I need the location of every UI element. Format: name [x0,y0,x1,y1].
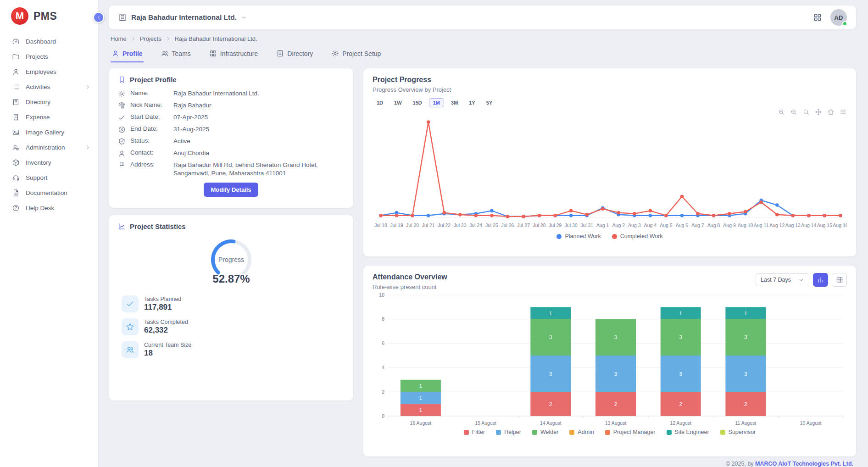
svg-text:11 August: 11 August [735,420,756,426]
sidebar-item-image-gallery[interactable]: Image Gallery [0,125,98,140]
tab-directory[interactable]: Directory [275,46,314,62]
sidebar-item-employees[interactable]: Employees [0,64,98,79]
sidebar-item-directory[interactable]: Directory [0,95,98,110]
menu-icon[interactable] [840,108,847,116]
sidebar-item-support[interactable]: Support [0,170,98,185]
svg-text:4: 4 [382,365,384,370]
pan-icon[interactable] [815,108,822,116]
breadcrumb-item-home[interactable]: Home [111,35,127,42]
range-chip-1w[interactable]: 1W [390,98,406,107]
chevron-down-icon [241,15,247,21]
svg-text:Aug 16: Aug 16 [833,222,847,228]
sidebar-item-label: Dashboard [26,38,91,45]
legend-label: Welder [540,429,558,435]
attendance-controls: Last 7 Days [756,273,847,287]
stat-tasks-planned: Tasks Planned117,891 [122,295,340,312]
legend-welder[interactable]: Welder [532,429,558,435]
svg-text:8: 8 [382,316,384,322]
field-label: Address: [130,161,169,168]
sidebar-item-documentation[interactable]: Documentation [0,185,98,200]
profile-fields: Name:Raja Bahadur International Ltd.Nick… [118,89,344,177]
svg-text:Aug 5: Aug 5 [660,222,673,228]
sidebar-item-help-desk[interactable]: Help Desk [0,200,98,216]
chart-view-toggle[interactable] [813,273,828,287]
tab-project-setup[interactable]: Project Setup [330,46,382,62]
legend-planned-work[interactable]: Planned Work [556,233,601,239]
sidebar-item-administration[interactable]: Administration [0,140,98,155]
legend-fitter[interactable]: Fitter [464,429,485,435]
field-value: 07-Apr-2025 [173,113,344,122]
table-view-toggle[interactable] [832,273,847,287]
tab-infrastructure[interactable]: Infrastructure [208,46,259,62]
expense-icon [12,113,20,121]
legend-project-manager[interactable]: Project Manager [605,429,656,435]
zoom-out-icon[interactable] [790,108,797,116]
range-chip-1d[interactable]: 1D [373,98,387,107]
stats-card-title: Project Statistics [130,222,186,230]
legend-helper[interactable]: Helper [496,429,521,435]
page: M PMS DashboardProjectsEmployeesActiviti… [0,0,868,467]
svg-text:Aug 4: Aug 4 [644,222,657,228]
online-status-dot [842,21,847,26]
legend-color-dot [612,234,617,239]
zoom-in-icon[interactable] [778,108,785,116]
fingerprint-icon [118,102,126,110]
avatar-initials: AD [835,14,843,21]
sidebar-nav: DashboardProjectsEmployeesActivitiesDire… [0,32,98,216]
home-icon[interactable] [827,108,835,116]
legend-completed-work[interactable]: Completed Work [612,233,663,239]
svg-text:Jul 31: Jul 31 [580,222,593,228]
sidebar-item-dashboard[interactable]: Dashboard [0,34,98,49]
user-icon [111,50,119,57]
stat-label: Tasks Completed [144,319,188,325]
footer-company-link[interactable]: MARCO AIoT Technologies Pvt. Ltd. [755,461,853,467]
selection-zoom-icon[interactable] [802,108,810,116]
tab-profile[interactable]: Profile [111,46,144,62]
app-name: PMS [33,10,57,22]
svg-text:Jul 27: Jul 27 [517,222,530,228]
sidebar-item-expense[interactable]: Expense [0,110,98,125]
progress-card-title: Project Progress [373,76,847,84]
stat-label: Tasks Planned [144,296,181,302]
tab-teams[interactable]: Teams [160,46,192,62]
avatar[interactable]: AD [830,9,847,26]
modify-details-button[interactable]: Modify Details [204,183,258,197]
range-chip-1y[interactable]: 1Y [465,98,479,107]
legend-supervisor[interactable]: Supervisor [720,429,756,435]
app-logo[interactable]: M PMS [0,0,98,32]
sidebar-item-inventory[interactable]: Inventory [0,155,98,170]
attendance-range-value: Last 7 Days [761,277,791,283]
range-chip-5y[interactable]: 5Y [482,98,496,107]
sidebar-item-label: Expense [26,114,91,121]
topbar-actions: AD [813,9,847,26]
infrastructure-icon [209,50,217,57]
directory-icon [12,98,20,106]
breadcrumb-item-projects[interactable]: Projects [140,35,161,42]
company-selector[interactable]: Raja Bahadur International Ltd. [118,13,247,22]
sidebar-collapse-button[interactable] [93,12,104,23]
range-chip-3m[interactable]: 3M [447,98,462,107]
attendance-range-select[interactable]: Last 7 Days [756,273,809,286]
users-icon [161,50,169,57]
field-label: Nick Name: [130,101,169,108]
sidebar-item-activities[interactable]: Activities [0,79,98,95]
attendance-header: Attendance Overview Role-wise present co… [373,273,847,290]
sidebar-item-projects[interactable]: Projects [0,49,98,64]
user-icon [118,150,126,157]
svg-text:Aug 14: Aug 14 [801,222,816,228]
apps-grid-icon[interactable] [813,13,822,22]
profile-field-status: Status:Active [118,137,344,145]
svg-text:2: 2 [614,401,617,407]
breadcrumb-item-raja-bahadur-international-ltd: Raja Bahadur International Ltd. [175,35,257,42]
bookmark-icon [118,76,126,83]
svg-text:3: 3 [614,371,617,377]
legend-admin[interactable]: Admin [569,429,594,435]
svg-text:3: 3 [679,334,682,340]
range-chip-1m[interactable]: 1M [429,98,444,107]
chart-line-icon [118,222,126,230]
stat-rows: Tasks Planned117,891Tasks Completed62,33… [118,295,344,358]
range-chip-15d[interactable]: 15D [409,98,426,107]
legend-site-engineer[interactable]: Site Engineer [667,429,709,435]
content-grid: Project Profile Name:Raja Bahadur Intern… [109,68,856,456]
svg-text:Jul 25: Jul 25 [485,222,498,228]
